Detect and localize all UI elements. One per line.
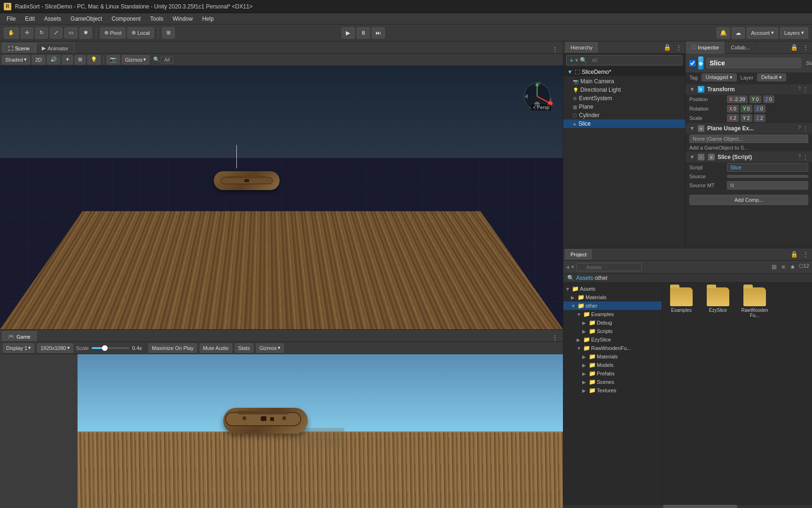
tree-item-materials[interactable]: ▶ 📁 Materials — [563, 293, 662, 302]
source-value[interactable] — [727, 175, 808, 178]
transform-menu-icon[interactable]: ⋮ — [803, 86, 808, 93]
plane-usage-header[interactable]: ▼ # Plane Usage Ex... ? ⋮ — [686, 123, 812, 134]
obj-name-input[interactable] — [706, 58, 801, 68]
hierarchy-item-slice[interactable]: ◈ Slice — [563, 119, 685, 128]
scene-search-input[interactable]: All — [161, 56, 173, 64]
tree-item-assets[interactable]: ▼ 📁 Assets — [563, 285, 662, 293]
scale-z[interactable]: Z 2 — [754, 114, 765, 122]
menu-help[interactable]: Help — [197, 13, 219, 24]
layers-button[interactable]: Layers ▾ — [780, 27, 808, 39]
plane-help-icon[interactable]: ? — [798, 125, 801, 132]
add-component-button[interactable]: Add Comp... — [689, 195, 808, 205]
layer-dropdown[interactable]: Default ▾ — [757, 73, 786, 81]
display-dropdown[interactable]: Display 1 ▾ — [3, 343, 34, 353]
tab-animator[interactable]: ▶ Animator — [36, 43, 74, 53]
scene-viewport[interactable]: y x < Persp — [0, 66, 563, 329]
scale-slider[interactable] — [92, 347, 129, 349]
tree-item-rw-scenes[interactable]: ▶ 📁 Scenes — [563, 378, 662, 386]
tree-item-scripts[interactable]: ▶ 📁 Scripts — [563, 327, 662, 335]
maximize-play-button[interactable]: Maximize On Play — [148, 343, 197, 353]
tab-hierarchy[interactable]: Hierarchy — [565, 42, 598, 53]
step-button[interactable]: ⏭ — [372, 27, 385, 39]
hierarchy-menu-icon[interactable]: ⋮ — [674, 43, 683, 51]
tree-item-other[interactable]: ▼ 📁 other — [563, 302, 662, 310]
tag-dropdown[interactable]: Untagged ▾ — [702, 73, 737, 81]
menu-assets[interactable]: Assets — [39, 13, 66, 24]
inspector-lock-icon[interactable]: 🔒 — [789, 43, 799, 51]
menu-gameobject[interactable]: GameObject — [66, 13, 107, 24]
breadcrumb-assets[interactable]: Assets — [576, 275, 593, 281]
hierarchy-scene-root[interactable]: ▼ ⛶ SliceDemo* — [563, 67, 685, 77]
menu-window[interactable]: Window — [168, 13, 197, 24]
hierarchy-item-eventsystem[interactable]: ⚙ EventSystem — [563, 94, 685, 103]
project-menu-icon[interactable]: ⋮ — [801, 250, 810, 258]
tab-collab[interactable]: Collab... — [725, 41, 756, 54]
pivot-button[interactable]: ⊕ Pivot — [100, 27, 125, 39]
pause-button[interactable]: ⏸ — [357, 27, 370, 39]
menu-file[interactable]: File — [2, 13, 20, 24]
tab-project[interactable]: Project — [565, 249, 592, 260]
hierarchy-item-main-camera[interactable]: 📷 Main Camera — [563, 77, 685, 86]
account-button[interactable]: Account ▾ — [747, 27, 778, 39]
obj-active-checkbox[interactable] — [689, 60, 695, 66]
tab-game[interactable]: 🎮 Game — [2, 331, 37, 341]
tool-move[interactable]: ✛ — [21, 27, 33, 39]
project-search-input[interactable] — [576, 263, 642, 271]
scale-y[interactable]: Y 2 — [741, 114, 752, 122]
project-scrollbar-h[interactable] — [563, 504, 812, 508]
tree-item-ezyslice[interactable]: ▶ 📁 EzySlice — [563, 335, 662, 344]
tree-item-rw-materials[interactable]: ▶ 📁 Materials — [563, 352, 662, 361]
rotation-x[interactable]: X 0 — [727, 105, 739, 112]
hierarchy-item-directional-light[interactable]: 💡 Directional Light — [563, 86, 685, 94]
gizmos-game-button[interactable]: Gizmos ▾ — [256, 343, 284, 353]
slice-menu-icon[interactable]: ⋮ — [803, 154, 808, 160]
shading-dropdown[interactable]: Shaded ▾ — [2, 55, 30, 64]
tool-multi[interactable]: ✱ — [79, 27, 92, 39]
hierarchy-search-input[interactable] — [589, 56, 679, 64]
fx-button[interactable]: ✦ — [62, 55, 73, 64]
2d-button[interactable]: 2D — [32, 55, 45, 64]
hierarchy-item-cylinder[interactable]: ⬡ Cylinder — [563, 111, 685, 119]
plane-menu-icon[interactable]: ⋮ — [803, 125, 808, 132]
rotation-y[interactable]: Y 0 — [741, 105, 752, 112]
position-x[interactable]: X -2.39 — [727, 95, 748, 103]
rotation-z[interactable]: Z 0 — [754, 105, 765, 112]
perspective-label[interactable]: < Persp — [531, 104, 551, 111]
transform-help-icon[interactable]: ? — [798, 86, 801, 93]
transform-header[interactable]: ▼ ⊞ Transform ? ⋮ — [686, 84, 812, 95]
stats-button[interactable]: Stats — [235, 343, 253, 353]
game-viewport[interactable] — [78, 354, 563, 508]
menu-edit[interactable]: Edit — [20, 13, 39, 24]
project-list-view-icon[interactable]: ≡ — [780, 263, 787, 271]
hierarchy-add-icon[interactable]: + — [570, 56, 573, 64]
play-button[interactable]: ▶ — [342, 27, 355, 39]
tree-item-rw-textures[interactable]: ▶ 📁 Textures — [563, 386, 662, 395]
tree-item-examples[interactable]: ▼ 📁 Examples — [563, 310, 662, 318]
tool-rect[interactable]: ▭ — [64, 27, 78, 39]
scale-x[interactable]: X 2 — [727, 114, 739, 122]
gizmos-dropdown[interactable]: Gizmos ▾ — [122, 55, 149, 64]
tree-item-rw-prefabs[interactable]: ▶ 📁 Prefabs — [563, 369, 662, 378]
lighting-button[interactable]: 💡 — [87, 55, 101, 64]
file-item-ezyslice[interactable]: EzySlice — [702, 286, 734, 320]
slice-help-icon[interactable]: ? — [798, 154, 801, 160]
project-star-icon[interactable]: ★ — [789, 263, 797, 271]
file-item-examples[interactable]: Examples — [665, 286, 698, 320]
tree-item-rw-models[interactable]: ▶ 📁 Models — [563, 361, 662, 369]
tab-inspector[interactable]: ⓘ Inspector — [686, 41, 725, 54]
audio-button[interactable]: 🔊 — [47, 55, 60, 64]
scene-gizmo-widget[interactable]: y x < Persp — [521, 80, 554, 113]
project-lock-icon[interactable]: 🔒 — [789, 250, 799, 258]
tool-scale[interactable]: ⤢ — [50, 27, 62, 39]
file-item-rawwooden[interactable]: RawWoodenFu... — [738, 286, 771, 320]
grid-button[interactable]: ⊞ — [162, 27, 175, 39]
tree-item-debug[interactable]: ▶ 📁 Debug — [563, 318, 662, 327]
game-tab-menu-icon[interactable]: ⋮ — [549, 334, 561, 341]
hierarchy-lock-icon[interactable]: 🔒 — [662, 43, 672, 51]
slice-script-header[interactable]: ▼ ✓ # Slice (Script) ? ⋮ — [686, 152, 812, 162]
script-ref[interactable]: Slice — [727, 163, 808, 172]
project-add-chevron-icon[interactable]: ▾ — [571, 264, 574, 270]
notification-button[interactable]: 🔔 — [717, 27, 730, 39]
cloud-button[interactable]: ☁ — [732, 27, 745, 39]
menu-component[interactable]: Component — [107, 13, 145, 24]
